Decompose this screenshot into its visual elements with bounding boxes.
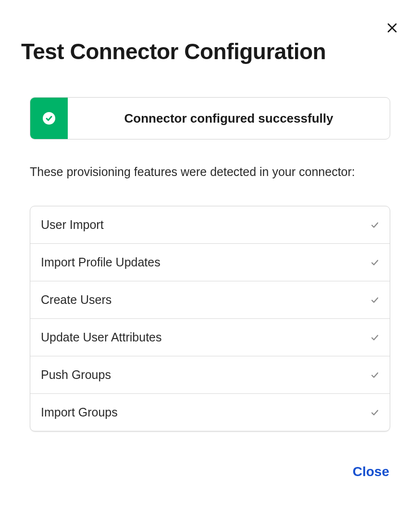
feature-item: Update User Attributes: [30, 319, 390, 356]
check-circle-icon: [43, 112, 55, 125]
status-banner: Connector configured successfully: [30, 97, 390, 139]
status-icon-box: [30, 98, 68, 139]
check-icon: [371, 408, 379, 417]
feature-item: User Import: [30, 206, 390, 244]
feature-label: Import Groups: [41, 405, 118, 419]
modal-title: Test Connector Configuration: [21, 38, 399, 64]
modal-content: Connector configured successfully These …: [21, 97, 399, 479]
check-icon: [371, 371, 379, 379]
feature-label: Import Profile Updates: [41, 255, 161, 269]
features-description: These provisioning features were detecte…: [30, 161, 390, 183]
check-icon: [371, 258, 379, 267]
check-icon: [371, 333, 379, 342]
feature-label: Push Groups: [41, 368, 111, 382]
feature-label: Update User Attributes: [41, 330, 162, 344]
feature-label: Create Users: [41, 293, 111, 307]
close-button[interactable]: Close: [353, 464, 389, 479]
close-icon[interactable]: [385, 21, 399, 35]
feature-item: Import Groups: [30, 394, 390, 431]
status-message: Connector configured successfully: [68, 98, 390, 139]
modal-dialog: Test Connector Configuration Connector c…: [0, 0, 420, 501]
feature-item: Push Groups: [30, 356, 390, 394]
feature-item: Create Users: [30, 281, 390, 319]
modal-footer: Close: [30, 464, 390, 479]
feature-list: User Import Import Profile Updates Creat…: [30, 206, 390, 431]
feature-item: Import Profile Updates: [30, 244, 390, 281]
feature-label: User Import: [41, 218, 104, 232]
check-icon: [371, 296, 379, 304]
check-icon: [371, 221, 379, 229]
